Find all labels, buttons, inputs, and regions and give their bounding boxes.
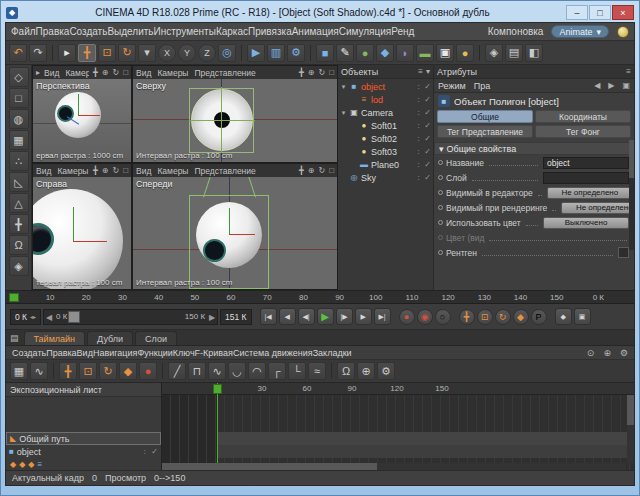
floor-environment-icon[interactable]: ▬: [416, 44, 434, 62]
go-start-button[interactable]: |◀: [260, 308, 277, 325]
points-mode-icon[interactable]: ∴: [9, 151, 29, 171]
horizontal-scrollbar[interactable]: [162, 463, 626, 470]
primitive-cube-icon[interactable]: ■: [316, 44, 334, 62]
dope-sheet-grid[interactable]: 0 30 60 90 120 150: [162, 383, 634, 470]
viewport-menu-cameras[interactable]: Камеры: [57, 166, 88, 176]
viewport-menu-display[interactable]: Представление: [194, 68, 255, 78]
tree-item-sky[interactable]: ◎ Sky : ✓: [338, 171, 433, 184]
orbit-icon[interactable]: ↻: [112, 68, 119, 77]
visibility-dots-icon[interactable]: :: [415, 95, 422, 104]
fcurve-mode-icon[interactable]: ∿: [30, 362, 48, 380]
tree-item-object[interactable]: ▾ ■ object : ✓: [338, 80, 433, 93]
viewport-right[interactable]: Справа тервал растра : 100 cm: [33, 177, 131, 289]
menu-item[interactable]: Правка: [36, 26, 70, 37]
make-editable-icon[interactable]: ◇: [9, 67, 29, 87]
panel-menu-icon[interactable]: ≡: [626, 67, 631, 76]
viewport-menu-view[interactable]: Вид: [44, 68, 59, 78]
viewport-menu-display[interactable]: Представление: [194, 166, 255, 176]
key-add-icon[interactable]: ◆: [119, 362, 137, 380]
zoom-icon[interactable]: ⊕: [603, 348, 611, 358]
rotation-track-icon[interactable]: ◆: [28, 460, 34, 469]
orbit-icon[interactable]: ↻: [318, 68, 325, 77]
key-position-toggle[interactable]: ╋: [459, 309, 475, 325]
dope-ruler[interactable]: 0 30 60 90 120 150: [162, 383, 634, 395]
history-forward-icon[interactable]: ▶: [608, 81, 614, 90]
visibility-dots-icon[interactable]: :: [415, 82, 422, 91]
move-tool-icon[interactable]: ╋: [78, 44, 96, 62]
next-key-button[interactable]: ▶: [355, 308, 372, 325]
enabled-check-icon[interactable]: ✓: [424, 173, 431, 182]
enabled-check-icon[interactable]: ✓: [424, 108, 431, 117]
key-rotate-icon[interactable]: ↻: [99, 362, 117, 380]
lock-icon[interactable]: ▣: [622, 81, 630, 90]
instance-icon[interactable]: ◆: [376, 44, 394, 62]
expand-arrow-icon[interactable]: ▾: [340, 109, 347, 117]
viewport-menu-cameras[interactable]: Камеры: [65, 68, 89, 78]
axis-x-gizmo[interactable]: [73, 241, 107, 242]
maximize-viewport-icon[interactable]: □: [329, 166, 334, 175]
layer-field[interactable]: [543, 172, 629, 184]
close-button[interactable]: ×: [612, 5, 634, 20]
timeline-menu-item[interactable]: Навигация: [93, 348, 137, 358]
interpolation-oscillate-icon[interactable]: ≈: [308, 362, 326, 380]
tab-phong-tag[interactable]: Тег Фонг: [535, 125, 631, 138]
zoom-icon[interactable]: ⊕: [308, 68, 315, 77]
tree-item-camera[interactable]: ▾ ▣ Camera : ✓: [338, 106, 433, 119]
menu-item[interactable]: Выделить: [107, 26, 153, 37]
light-tool-icon[interactable]: ●: [456, 44, 474, 62]
model-mode-icon[interactable]: □: [9, 88, 29, 108]
anim-dot-icon[interactable]: [438, 220, 443, 225]
tab-timeline[interactable]: Таймлайн: [24, 331, 86, 345]
current-frame-field[interactable]: 0 К ◂▸: [10, 309, 41, 325]
interpolation-ease-in-icon[interactable]: ◡: [228, 362, 246, 380]
coordinate-system-icon[interactable]: ◎: [218, 44, 236, 62]
panel-menu-icon[interactable]: ≡: [418, 67, 423, 76]
interpolation-spline-icon[interactable]: ∿: [208, 362, 226, 380]
texture-mode-icon[interactable]: ◍: [9, 109, 29, 129]
slider-left-arrow-icon[interactable]: ◀: [46, 313, 52, 322]
axis-y-gizmo[interactable]: [229, 208, 230, 234]
anim-dot-icon[interactable]: [438, 190, 443, 195]
maximize-button[interactable]: □: [589, 5, 611, 20]
axis-z-gizmo[interactable]: [221, 87, 222, 153]
viewport-menu-view[interactable]: Вид: [136, 68, 151, 78]
max-frame-field[interactable]: 151 К: [220, 309, 252, 325]
solo-animation-button[interactable]: ▣: [574, 308, 591, 325]
interpolation-break-icon[interactable]: └: [288, 362, 306, 380]
render-view-icon[interactable]: ▶: [247, 44, 265, 62]
track-object[interactable]: ■ object : ✓: [6, 445, 161, 458]
timeline-menu-item[interactable]: Вид: [77, 348, 93, 358]
tab-takes[interactable]: Дубли: [87, 331, 133, 345]
maximize-viewport-icon[interactable]: □: [123, 166, 128, 175]
attributes-scrollbar[interactable]: [629, 140, 634, 250]
tab-coordinates[interactable]: Координаты: [535, 110, 631, 123]
scale-tool-icon[interactable]: ⊡: [98, 44, 116, 62]
power-slider[interactable]: ◀ 0 К 150 К ▶: [43, 309, 218, 325]
record-keyframe-button[interactable]: ●: [399, 309, 415, 325]
viewport-menu-cameras[interactable]: Камеры: [157, 166, 188, 176]
timeline-menu-item[interactable]: Правка: [46, 348, 76, 358]
polygons-mode-icon[interactable]: △: [9, 193, 29, 213]
frame-ruler[interactable]: 102030405060708090100110120130140150 0 К: [6, 291, 634, 304]
tree-item-soft03[interactable]: ● Soft03 : ✓: [338, 145, 433, 158]
timeline-menu-item[interactable]: Закладки: [313, 348, 352, 358]
slider-right-arrow-icon[interactable]: ▶: [209, 313, 215, 322]
visible-editor-dropdown[interactable]: Не определено: [547, 187, 633, 199]
edit-menu[interactable]: Пра: [474, 81, 490, 91]
workplane-mode-icon[interactable]: ▦: [9, 130, 29, 150]
options-icon[interactable]: ◧: [525, 44, 543, 62]
pan-icon[interactable]: ╋: [299, 68, 304, 77]
mode-menu[interactable]: Режим: [438, 81, 466, 91]
parameter-track-icon[interactable]: ≡: [37, 460, 42, 469]
timeline-menu-item[interactable]: Создать: [12, 348, 46, 358]
zoom-icon[interactable]: ⊕: [308, 166, 315, 175]
pan-icon[interactable]: ╋: [299, 166, 304, 175]
viewport-front[interactable]: Спереди Интервал растра : 100 cm: [133, 177, 337, 289]
timeline-menu-item[interactable]: F-Кривая: [195, 348, 233, 358]
axis-x-gizmo[interactable]: [78, 115, 100, 116]
playhead-marker[interactable]: [213, 384, 222, 394]
key-scale-toggle[interactable]: ⊡: [477, 309, 493, 325]
menu-item[interactable]: Каркас: [216, 26, 248, 37]
menu-item[interactable]: Привязка: [248, 26, 292, 37]
viewport-filter-icon[interactable]: ◈: [9, 256, 29, 276]
